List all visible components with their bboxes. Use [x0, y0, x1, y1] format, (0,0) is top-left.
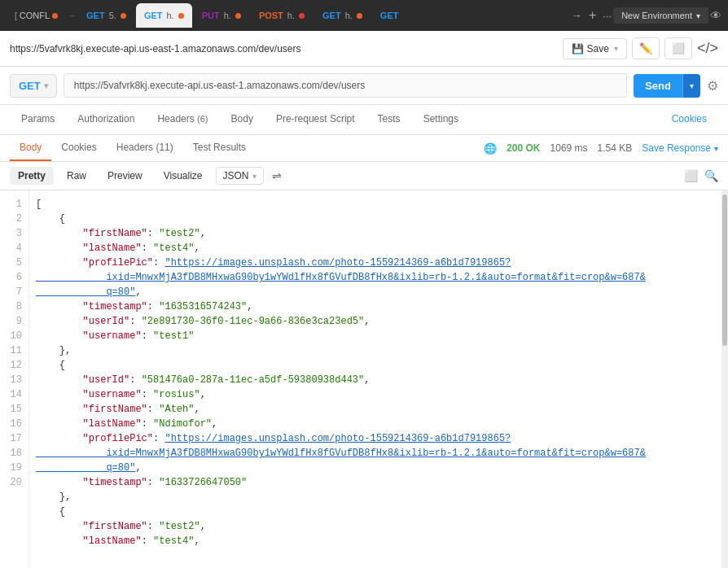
add-tab-button[interactable]: +	[589, 8, 596, 23]
tab-get-alone-method: GET	[380, 11, 399, 20]
response-section: Body Cookies Headers (11) Test Results 🌐…	[0, 135, 728, 568]
code-content: [ { "firstName": "test2", "lastName": "t…	[29, 190, 728, 568]
json-format-select[interactable]: JSON ▾	[216, 167, 264, 185]
filter-icon[interactable]: ⇌	[272, 169, 282, 182]
tab-get-h2-label: h.	[345, 11, 353, 20]
code-line-20: "lastName": "test4",	[36, 534, 728, 548]
tab-post-h[interactable]: POST h.	[251, 3, 313, 28]
format-raw[interactable]: Raw	[59, 167, 94, 185]
tab-active-method: GET	[144, 11, 163, 20]
main-content: https://5vafvrk8kj.execute-api.us-east-1…	[0, 31, 728, 568]
format-preview[interactable]: Preview	[99, 167, 151, 185]
tab-post-method: POST	[259, 11, 283, 20]
floppy-icon: 💾	[572, 43, 584, 55]
method-select[interactable]: GET ▾	[10, 74, 57, 98]
json-label: JSON	[223, 170, 249, 181]
method-label: GET	[19, 80, 41, 92]
code-button[interactable]: </>	[697, 40, 718, 57]
scrollbar[interactable]	[721, 190, 728, 568]
tab-tests[interactable]: Tests	[366, 105, 412, 134]
tab-put-h[interactable]: PUT h.	[194, 3, 249, 28]
line-num-15: 15	[0, 402, 29, 417]
url-actions: 💾 Save ▾ ✏️ ⬜ </>	[563, 37, 718, 59]
tab-arrow-right[interactable]: →	[571, 9, 582, 22]
line-num-6: 6	[0, 270, 29, 285]
code-line-15: "profilePic": "https://images.unsplash.c…	[36, 431, 728, 475]
response-size: 1.54 KB	[598, 142, 633, 154]
tab-get-h-active[interactable]: GET h.	[136, 3, 192, 28]
tab-confl[interactable]: [ CONFL	[7, 3, 66, 28]
url-bar: https://5vafvrk8kj.execute-api.us-east-1…	[0, 31, 728, 67]
tab-headers-response[interactable]: Headers (11)	[107, 135, 183, 161]
save-response-button[interactable]: Save Response ▾	[642, 142, 718, 154]
code-line-16: "timestamp": "1633726647050"	[36, 475, 728, 490]
code-line-18: {	[36, 505, 728, 519]
tab-put-dot	[235, 13, 241, 19]
tab-bar: [ CONFL → GET 5. GET h. PUT h. POST h.	[0, 0, 728, 31]
save-response-label: Save Response	[642, 142, 711, 154]
tab-settings[interactable]: Settings	[412, 105, 470, 134]
line-num-20: 20	[0, 475, 29, 490]
tab-get5-method: GET	[86, 11, 105, 20]
save-response-chevron-icon: ▾	[714, 144, 718, 153]
method-chevron-icon: ▾	[44, 81, 48, 90]
send-button[interactable]: Send	[634, 74, 682, 98]
line-num-4: 4	[0, 241, 29, 256]
tab-get5[interactable]: GET 5.	[78, 3, 134, 28]
code-line-2: {	[36, 212, 728, 226]
toolbar-right: ⬜ 🔍	[684, 169, 718, 182]
request-url-input[interactable]	[64, 73, 627, 98]
tab-cookies-response[interactable]: Cookies	[51, 135, 106, 161]
line-num-16: 16	[0, 417, 29, 431]
tab-headers[interactable]: Headers (6)	[146, 105, 219, 134]
code-line-11: "userId": "581476a0-287a-11ec-a5df-59380…	[36, 373, 728, 387]
code-line-8: "username": "test1"	[36, 329, 728, 343]
code-line-17: },	[36, 490, 728, 505]
format-visualize[interactable]: Visualize	[156, 167, 211, 185]
copy-icon-button[interactable]: ⬜	[664, 37, 692, 59]
code-line-13: "firstName": "Ateh",	[36, 402, 728, 417]
tab-active-dot	[178, 13, 184, 19]
tab-get-alone[interactable]: GET	[372, 3, 407, 28]
search-code-icon[interactable]: 🔍	[704, 169, 718, 182]
tab-body[interactable]: Body	[220, 105, 265, 134]
tab-confl-dot	[52, 13, 58, 19]
tab-put-method: PUT	[202, 11, 220, 20]
new-env-label: New Environment	[621, 11, 692, 20]
send-dropdown-button[interactable]: ▾	[682, 74, 700, 98]
tab-body-response[interactable]: Body	[10, 135, 51, 161]
line-num-14: 14	[0, 387, 29, 402]
line-num-8: 8	[0, 299, 29, 314]
tab-test-results[interactable]: Test Results	[183, 135, 256, 161]
settings-icon[interactable]: ⚙	[707, 78, 718, 94]
more-tabs-button[interactable]: ···	[603, 10, 612, 22]
code-area: 1 2 3 4 5 6 7 8 9 10 11 12 13 14 15 16 1	[0, 190, 728, 568]
response-tabs: Body Cookies Headers (11) Test Results 🌐…	[0, 135, 728, 162]
line-num-3: 3	[0, 226, 29, 241]
tab-pre-request[interactable]: Pre-request Script	[265, 105, 366, 134]
save-button[interactable]: 💾 Save ▾	[563, 38, 627, 59]
code-line-10: {	[36, 358, 728, 373]
tab-actions: → + ···	[571, 8, 612, 23]
tab-get-h2[interactable]: GET h.	[314, 3, 371, 28]
code-line-4: "lastName": "test4",	[36, 241, 728, 256]
cookies-link[interactable]: Cookies	[660, 105, 718, 134]
line-num-1: 1	[0, 197, 29, 212]
copy-code-icon[interactable]: ⬜	[684, 169, 698, 182]
edit-button[interactable]: ✏️	[632, 37, 660, 59]
eye-icon-button[interactable]: 👁	[710, 9, 721, 22]
save-label: Save	[587, 43, 609, 55]
line-num-11: 11	[0, 343, 29, 358]
code-line-3: "firstName": "test2",	[36, 226, 728, 241]
tab-get-h2-method: GET	[322, 11, 341, 20]
tab-params[interactable]: Params	[10, 105, 66, 134]
line-num-17: 17	[0, 431, 29, 446]
request-bar: GET ▾ Send ▾ ⚙	[0, 67, 728, 105]
tab-authorization[interactable]: Authorization	[66, 105, 146, 134]
response-status-bar: 🌐 200 OK 1069 ms 1.54 KB Save Response ▾	[484, 142, 718, 155]
response-headers-count: (11)	[156, 142, 173, 153]
line-num-13: 13	[0, 373, 29, 387]
code-line-19: "firstName": "test2",	[36, 519, 728, 534]
format-pretty[interactable]: Pretty	[10, 167, 54, 185]
new-environment-button[interactable]: New Environment ▾	[613, 7, 708, 24]
